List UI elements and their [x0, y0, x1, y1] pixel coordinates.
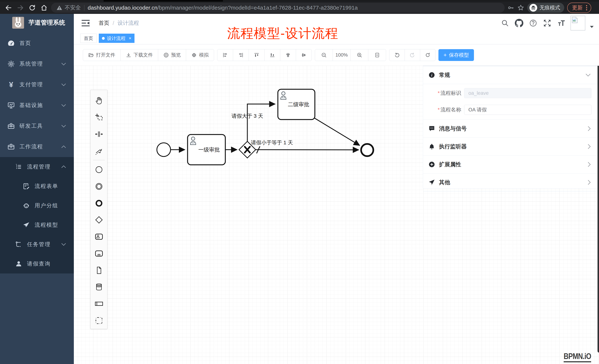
avatar[interactable] [571, 16, 585, 31]
sidebar-item-payment[interactable]: ¥ 支付管理 [0, 74, 74, 95]
sidebar-item-process-mgmt[interactable]: 流程管理 [0, 157, 74, 177]
create-start-event[interactable] [93, 161, 105, 178]
align-center-horizontal-button[interactable] [280, 49, 296, 61]
create-end-event[interactable] [93, 195, 105, 212]
home-icon[interactable] [38, 2, 50, 14]
sidebar-item-process-model[interactable]: 流程模型 [0, 215, 74, 235]
flow-label-le1day[interactable]: 请假小于等于 1 天 [251, 140, 293, 145]
zoom-fit-button[interactable] [368, 49, 386, 61]
forward-icon[interactable] [14, 2, 26, 14]
address-bar[interactable]: 不安全 dashboard.yudao.iocoder.cn/bpm/manag… [51, 3, 505, 13]
process-name-input[interactable] [464, 105, 591, 115]
sidebar-item-leave-query[interactable]: 请假查询 [0, 254, 74, 273]
send-icon [428, 179, 435, 186]
create-user-task[interactable] [93, 228, 105, 245]
hand-tool[interactable] [93, 92, 105, 109]
restart-button[interactable] [420, 49, 435, 61]
open-file-button[interactable]: 打开文件 [83, 49, 121, 61]
browser-menu-icon[interactable] [586, 5, 588, 10]
sidebar-item-system[interactable]: 系统管理 [0, 54, 74, 74]
task-level2-approval[interactable]: 二级审批 [278, 89, 315, 119]
file-button-group: 打开文件 下载文件 预览 模拟 [83, 49, 214, 61]
browser-tab-strip [104, 0, 223, 2]
close-icon[interactable]: × [129, 36, 131, 41]
undo-button[interactable] [389, 49, 405, 61]
section-extension-properties[interactable]: 扩展属性 [423, 156, 599, 173]
create-intermediate-event[interactable] [93, 178, 105, 195]
zoom-out-button[interactable] [315, 49, 333, 61]
key-icon[interactable] [507, 4, 514, 11]
sidebar-item-devtools[interactable]: 研发工具 [0, 116, 74, 136]
section-messages-signals[interactable]: 消息与信号 [423, 120, 599, 138]
simulate-button[interactable]: 模拟 [186, 49, 214, 61]
font-size-icon[interactable] [556, 18, 566, 28]
fullscreen-icon[interactable] [542, 18, 552, 28]
create-group[interactable] [93, 312, 105, 329]
sidebar-item-process-form[interactable]: 流程表单 [0, 177, 74, 196]
sidebar-fold-icon[interactable] [80, 18, 91, 28]
redo-button[interactable] [405, 49, 420, 61]
align-bottom-button[interactable] [264, 49, 280, 61]
section-other[interactable]: 其他 [423, 173, 599, 191]
create-data-store[interactable] [93, 279, 105, 296]
gateway-icon [95, 216, 103, 224]
breadcrumb-current: 设计流程 [117, 19, 139, 27]
save-model-button[interactable]: + 保存模型 [438, 49, 474, 61]
download-file-button[interactable]: 下载文件 [120, 49, 158, 61]
flow-gateway-to-task2[interactable] [247, 104, 275, 141]
hidden-drawer-edge[interactable] [598, 66, 599, 353]
update-button[interactable]: 更新 [567, 3, 591, 13]
create-data-object[interactable] [93, 262, 105, 279]
global-connect-tool[interactable] [93, 143, 105, 159]
sidebar-item-user-group[interactable]: 用户分组 [0, 196, 74, 215]
bookmark-star-icon[interactable] [517, 4, 524, 11]
create-subprocess[interactable] [93, 245, 105, 262]
zoom-in-button[interactable] [350, 49, 368, 61]
data-store-icon [95, 283, 103, 291]
start-event[interactable] [157, 143, 171, 156]
section-general[interactable]: i 常规 [423, 66, 599, 84]
app-title: 芋道管理系统 [28, 18, 65, 27]
align-right-button[interactable] [233, 49, 249, 61]
sidebar-item-infrastructure[interactable]: 基础设施 [0, 95, 74, 116]
lasso-tool[interactable] [93, 109, 105, 126]
help-icon[interactable] [528, 18, 538, 28]
tab-home[interactable]: 首页 [80, 34, 97, 43]
space-tool[interactable] [93, 126, 105, 143]
preview-button[interactable]: 预览 [158, 49, 186, 61]
task-level1-approval[interactable]: 一级审批 [188, 135, 225, 165]
process-key-input[interactable] [464, 88, 591, 98]
bpmn-io-watermark[interactable]: BPMN.iO [564, 352, 591, 362]
tab-design-process[interactable]: 设计流程 × [99, 34, 134, 43]
chevron-down-icon [585, 74, 591, 76]
list-icon [14, 163, 23, 171]
incognito-badge: 无痕模式 [527, 3, 564, 13]
search-icon[interactable] [500, 18, 510, 28]
align-top-button[interactable] [249, 49, 264, 61]
sidebar-item-task-mgmt[interactable]: 任务管理 [0, 235, 74, 254]
align-left-button[interactable] [217, 49, 233, 61]
zoom-in-icon [357, 52, 362, 58]
reload-icon[interactable] [26, 2, 38, 14]
github-icon[interactable] [514, 18, 524, 28]
back-icon[interactable] [3, 2, 14, 14]
create-participant[interactable] [93, 296, 105, 312]
chevron-down-icon [61, 243, 66, 246]
paper-plane-icon [22, 221, 31, 229]
process-name-label: *流程名称 [437, 106, 461, 113]
section-execution-listeners[interactable]: 执行监听器 [423, 138, 599, 156]
end-event[interactable] [361, 144, 373, 156]
create-gateway[interactable] [93, 212, 105, 228]
align-center-vertical-button[interactable] [296, 49, 312, 61]
flow-gateway-to-end[interactable] [256, 150, 359, 150]
data-object-icon [95, 266, 103, 275]
process-key-field-row: *流程标识 [437, 88, 599, 98]
zoom-level[interactable]: 100% [333, 49, 351, 61]
dashboard-icon [7, 39, 15, 48]
sidebar-item-workflow[interactable]: 工作流程 [0, 136, 74, 157]
breadcrumb-home[interactable]: 首页 [99, 19, 109, 27]
avatar-caret-icon[interactable] [590, 26, 594, 28]
flow-task2-to-end[interactable] [315, 118, 360, 145]
sidebar-item-home[interactable]: 首页 [0, 33, 74, 54]
flow-label-gt3days[interactable]: 请假大于 3 天 [231, 113, 263, 119]
